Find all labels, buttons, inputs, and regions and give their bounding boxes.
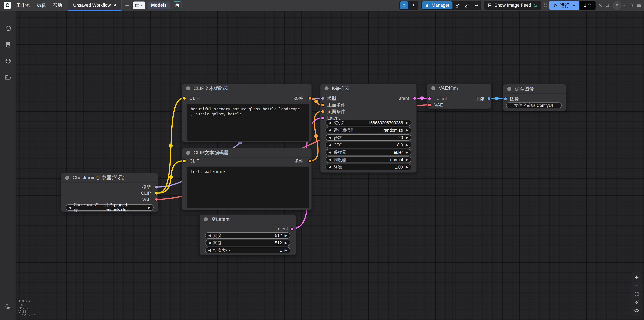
- decrement-icon[interactable]: ◀: [328, 150, 331, 154]
- decrement-icon[interactable]: ◀: [328, 121, 331, 125]
- node-header[interactable]: K采样器: [320, 84, 416, 94]
- increment-icon[interactable]: ▶: [406, 165, 408, 169]
- fit-view-button[interactable]: [634, 292, 639, 296]
- decrement-icon[interactable]: ◀: [68, 206, 71, 210]
- increment-icon[interactable]: ▶: [406, 128, 408, 132]
- output-port-cond[interactable]: [308, 96, 312, 100]
- workflow-tab[interactable]: Unsaved Workflow: [68, 0, 122, 10]
- decrement-icon[interactable]: ◀: [328, 136, 331, 140]
- increment-icon[interactable]: ▶: [406, 136, 408, 140]
- model-library-icon[interactable]: [5, 58, 12, 64]
- decrement-icon[interactable]: ◀: [328, 158, 331, 162]
- widget-sampler-name[interactable]: ◀ 采样器 euler ▶: [326, 149, 412, 156]
- main-menu-button[interactable]: [636, 3, 641, 8]
- widget-width[interactable]: ◀ 宽度 512 ▶: [205, 232, 290, 239]
- decrement-icon[interactable]: ◀: [328, 143, 331, 147]
- node-header[interactable]: CLIP文本编码器: [182, 84, 312, 94]
- widget-height[interactable]: ◀ 高度 512 ▶: [205, 240, 290, 246]
- stop-button[interactable]: [605, 3, 610, 8]
- increment-icon[interactable]: ▶: [284, 241, 287, 245]
- input-port-clip[interactable]: [182, 159, 186, 163]
- share-button[interactable]: [472, 1, 481, 10]
- zoom-out-button[interactable]: [634, 283, 639, 288]
- node-header[interactable]: 保存图像: [503, 84, 566, 94]
- interrupt-button[interactable]: ✕: [598, 2, 602, 8]
- clear-workflow-button[interactable]: [454, 1, 462, 10]
- clear-cache-button[interactable]: [463, 1, 471, 10]
- toggle-link-visibility-button[interactable]: [634, 308, 639, 313]
- decrement-icon[interactable]: ◀: [208, 241, 211, 245]
- widget-denoise[interactable]: ◀ 降噪 1.00 ▶: [326, 164, 412, 170]
- chevron-up-icon[interactable]: [588, 3, 591, 5]
- open-workflow-button[interactable]: [133, 2, 145, 9]
- input-port-negative[interactable]: [321, 110, 324, 114]
- node-empty-latent[interactable]: 空Latent Latent ◀ 宽度 512 ▶ ◀ 高度 512 ▶ ◀ 批…: [200, 214, 296, 255]
- decrement-icon[interactable]: ◀: [328, 165, 331, 169]
- save-workflow-button[interactable]: [173, 1, 182, 10]
- comfyui-logo[interactable]: C: [4, 2, 11, 9]
- batch-count-stepper[interactable]: 1: [580, 1, 596, 10]
- theme-toggle-moon-icon[interactable]: [5, 303, 12, 310]
- input-port-latent[interactable]: [321, 116, 324, 120]
- widget-cfg[interactable]: ◀ CFG 8.0 ▶: [326, 142, 412, 148]
- node-save-image[interactable]: 保存图像 图像 文件名前缀 ComfyUI: [503, 84, 566, 111]
- output-port-clip[interactable]: [155, 191, 158, 195]
- increment-icon[interactable]: ▶: [406, 158, 408, 162]
- node-header[interactable]: 空Latent: [200, 215, 296, 224]
- node-checkpoint-loader[interactable]: Checkpoint加载器(简易) 模型 CLIP VAE ◀ Checkpoi…: [61, 173, 158, 212]
- widget-scheduler[interactable]: ◀ 调度器 normal ▶: [326, 156, 412, 163]
- decrement-icon[interactable]: ◀: [328, 128, 331, 132]
- node-clip-text-encode-positive[interactable]: CLIP文本编码器 CLIP 条件 beautiful scenery natu…: [182, 84, 312, 142]
- input-port-model[interactable]: [321, 96, 324, 100]
- decrement-icon[interactable]: ◀: [208, 248, 211, 252]
- input-port-image[interactable]: [504, 97, 507, 101]
- new-workflow-button[interactable]: +: [122, 2, 133, 8]
- menu-edit[interactable]: 编辑: [33, 2, 50, 8]
- increment-icon[interactable]: ▶: [406, 121, 408, 125]
- toolbar-drag-handle[interactable]: [544, 2, 546, 8]
- zoom-in-button[interactable]: [634, 275, 639, 280]
- widget-control-after-generate[interactable]: ◀ 运行后操作 randomize ▶: [326, 127, 412, 133]
- node-header[interactable]: Checkpoint加载器(简易): [61, 173, 158, 183]
- workflows-folder-icon[interactable]: [5, 74, 12, 81]
- bottom-panel-toggle[interactable]: [628, 3, 633, 8]
- chevron-down-icon[interactable]: [588, 6, 591, 8]
- output-port-model[interactable]: [155, 185, 158, 189]
- bookmark-button[interactable]: [410, 1, 418, 10]
- user-menu[interactable]: [612, 1, 626, 10]
- queue-history-icon[interactable]: [5, 25, 12, 32]
- decrement-icon[interactable]: ◀: [208, 234, 211, 238]
- node-library-icon[interactable]: [5, 42, 12, 48]
- node-ksampler[interactable]: K采样器 模型 正面条件 负面条件 Latent Latent ◀ 随机种 15…: [320, 84, 416, 172]
- prompt-textarea[interactable]: beautiful scenery nature glass bottle la…: [187, 104, 310, 141]
- input-port-clip[interactable]: [182, 96, 186, 100]
- prompt-textarea[interactable]: text, watermark: [187, 166, 310, 208]
- image-feed-toggle[interactable]: Show Image Feed: [484, 1, 541, 10]
- workflow-overview-button[interactable]: [400, 1, 408, 10]
- increment-icon[interactable]: ▶: [406, 143, 408, 147]
- output-port-latent[interactable]: [413, 96, 416, 100]
- widget-filename-prefix[interactable]: 文件名前缀 ComfyUI: [506, 102, 562, 108]
- widget-seed[interactable]: ◀ 随机种 156680208700286 ▶: [326, 120, 412, 126]
- increment-icon[interactable]: ▶: [406, 150, 408, 154]
- input-port-positive[interactable]: [321, 103, 324, 107]
- models-button[interactable]: Models: [148, 2, 170, 9]
- menu-help[interactable]: 帮助: [50, 2, 66, 8]
- output-port-image[interactable]: [487, 97, 491, 100]
- output-port-vae[interactable]: [155, 198, 158, 201]
- increment-icon[interactable]: ▶: [148, 206, 150, 210]
- widget-steps[interactable]: ◀ 步数 20 ▶: [326, 134, 412, 141]
- node-header[interactable]: CLIP文本编码器: [182, 148, 312, 158]
- menu-workflow[interactable]: 工作流: [13, 2, 33, 8]
- node-vae-decode[interactable]: VAE解码 Latent VAE 图像: [427, 84, 491, 109]
- increment-icon[interactable]: ▶: [284, 248, 287, 252]
- node-clip-text-encode-negative[interactable]: CLIP文本编码器 CLIP 条件 text, watermark: [182, 148, 312, 210]
- output-port-cond[interactable]: [308, 159, 312, 163]
- increment-icon[interactable]: ▶: [284, 234, 287, 238]
- output-port-latent[interactable]: [290, 227, 294, 231]
- manager-button[interactable]: Manager: [422, 1, 452, 10]
- widget-ckpt-name[interactable]: ◀ Checkpoint名称 v1-5-pruned-emaonly.ckpt …: [66, 204, 154, 211]
- input-port-latent[interactable]: [428, 97, 431, 100]
- pan-mode-button[interactable]: [634, 300, 639, 305]
- node-header[interactable]: VAE解码: [427, 84, 491, 93]
